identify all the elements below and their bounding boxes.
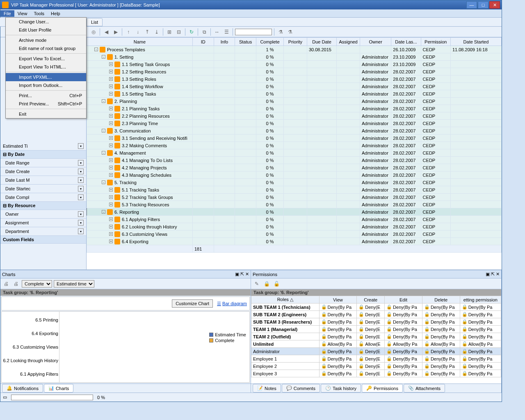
expander-icon[interactable]: -: [94, 48, 98, 51]
filter-icon[interactable]: ⚗: [276, 28, 285, 36]
task-row[interactable]: -4. Management0 %Administrator28.02.2007…: [87, 149, 502, 157]
task-row[interactable]: +1.2 Setting Resources0 %Administrator28…: [87, 68, 502, 75]
perm-lock-icon[interactable]: 🔒: [262, 280, 271, 288]
column-header[interactable]: Date Started: [450, 38, 501, 46]
menu-help[interactable]: Help: [48, 10, 64, 17]
menu-item-print-preview-[interactable]: Print Preview...Shift+Ctrl+P: [6, 100, 86, 108]
task-row[interactable]: -2. Planning0 %Administrator28.02.2007CE…: [87, 98, 502, 105]
tab-task-history[interactable]: 🕑Task history: [321, 384, 361, 393]
chart-field-1[interactable]: Complete: [22, 280, 52, 288]
expander-icon[interactable]: -: [102, 210, 105, 214]
column-header[interactable]: Due Date: [307, 38, 336, 46]
expander-icon[interactable]: +: [109, 203, 113, 206]
filter-header-resource[interactable]: ⊟ By Resource: [0, 202, 86, 210]
task-row[interactable]: +1.4 Setting Workflow0 %Administrator28.…: [87, 83, 502, 90]
tab-charts[interactable]: 📊Charts: [44, 384, 73, 393]
column-header[interactable]: Date Las...: [391, 38, 421, 46]
expander-icon[interactable]: +: [109, 121, 113, 125]
perm-row[interactable]: TEAM 2 (Outfield)🔒Deny(By Pa🔒Deny(E🔒Deny…: [251, 333, 501, 340]
perm-column-header[interactable]: Edit: [385, 296, 422, 304]
filter-header-custom[interactable]: Custom Fields: [0, 236, 86, 244]
menu-tools[interactable]: Tools: [30, 10, 48, 17]
filter-item[interactable]: Date Last M▾: [0, 176, 86, 185]
column-header[interactable]: Owner: [360, 38, 391, 46]
perm-row[interactable]: Employee 3🔒Deny(By Pa🔒Deny(E🔒Deny(By Pa🔒…: [251, 370, 501, 377]
task-row[interactable]: +5.3 Tracking Resources0 %Administrator2…: [87, 201, 502, 208]
refresh-icon[interactable]: ↻: [187, 28, 196, 36]
menu-item-export-view-to-html-[interactable]: Export View To HTML...: [6, 63, 86, 71]
expander-icon[interactable]: +: [109, 217, 113, 221]
copy-icon[interactable]: ⧉: [200, 28, 208, 36]
filter-item[interactable]: Date Create▾: [0, 167, 86, 176]
columns-icon[interactable]: ☰: [222, 28, 231, 36]
print-icon[interactable]: 🖨: [2, 280, 10, 288]
task-row[interactable]: +2.3 Planning Time0 %Administrator28.02.…: [87, 120, 502, 127]
expander-icon[interactable]: +: [109, 107, 113, 110]
menu-item-print-[interactable]: Print...Ctrl+P: [6, 91, 86, 100]
menu-item-import-vpxml-[interactable]: Import VPXML...: [6, 73, 86, 81]
forward-icon[interactable]: ▶: [112, 28, 120, 36]
perm-row[interactable]: Employee 1🔒Deny(By Pa🔒Deny(E🔒Deny(By Pa🔒…: [251, 355, 501, 363]
task-row[interactable]: -Process Templates1 %30.08.201526.10.200…: [87, 46, 502, 53]
task-row[interactable]: -3. Communication0 %Administrator28.02.2…: [87, 127, 502, 135]
expander-icon[interactable]: -: [102, 55, 105, 59]
expander-icon[interactable]: +: [109, 84, 113, 88]
tab-comments[interactable]: 💬Comments: [282, 384, 320, 393]
task-row[interactable]: +6.1 Applying Filters0 %Administrator28.…: [87, 216, 502, 223]
expander-icon[interactable]: +: [109, 70, 113, 73]
expander-icon[interactable]: +: [109, 225, 113, 228]
menu-item-export-view-to-excel-[interactable]: Export View To Excel...: [6, 55, 86, 63]
perm-row[interactable]: TEAM 1 (Managerial)🔒Deny(By Pa🔒Deny(E🔒De…: [251, 326, 501, 333]
filter-item[interactable]: Date Range▾: [0, 159, 86, 167]
task-row[interactable]: +1.1 Setting Task Groups0 %Administrator…: [87, 61, 502, 68]
column-header[interactable]: Info: [214, 38, 235, 46]
menu-item-change-user-[interactable]: Change User...: [6, 18, 86, 26]
filter-item[interactable]: Owner▾: [0, 210, 86, 219]
back-icon[interactable]: ◀: [102, 28, 110, 36]
task-row[interactable]: -1. Setting0 %Administrator23.10.2009CED…: [87, 53, 502, 61]
chart-field-2[interactable]: Estimated time: [54, 280, 94, 288]
column-header[interactable]: Priority: [284, 38, 307, 46]
perm-row[interactable]: Employee 2🔒Deny(By Pa🔒Deny(E🔒Deny(By Pa🔒…: [251, 363, 501, 370]
perm-row[interactable]: SUB TEAM 1 (Technicians)🔒Deny(By Pa🔒Deny…: [251, 304, 501, 311]
tab-list[interactable]: List: [87, 18, 103, 26]
filter-item[interactable]: Date Compl▾: [0, 193, 86, 202]
task-row[interactable]: -6. Reporting0 %Administrator28.02.2007C…: [87, 208, 502, 216]
task-row[interactable]: +1.5 Setting Tasks0 %Administrator28.02.…: [87, 90, 502, 98]
expander-icon[interactable]: +: [109, 188, 113, 192]
task-grid[interactable]: NameIDInfoStatusCompletePriorityDue Date…: [87, 37, 502, 269]
column-header[interactable]: Complete: [256, 38, 283, 46]
task-row[interactable]: +6.4 Exporting0 %Administrator28.02.2007…: [87, 238, 502, 245]
expander-icon[interactable]: +: [109, 232, 113, 236]
task-row[interactable]: +2.1 Planning Tasks0 %Administrator28.02…: [87, 105, 502, 112]
filter-item[interactable]: Date Startec▾: [0, 185, 86, 193]
perm-column-header[interactable]: Roles △: [251, 296, 320, 304]
top-icon[interactable]: ⤒: [143, 28, 151, 36]
filter-header-date[interactable]: ⊟ By Date: [0, 151, 86, 159]
expander-icon[interactable]: -: [102, 151, 105, 155]
perm-row[interactable]: SUB TEAM 2 (Engineers)🔒Deny(By Pa🔒Deny(E…: [251, 311, 501, 318]
menu-item-import-from-outlook-[interactable]: Import from Outlook...: [6, 81, 86, 89]
perm-column-header[interactable]: View: [319, 296, 357, 304]
expander-icon[interactable]: +: [109, 195, 113, 199]
task-row[interactable]: -5. Tracking0 %Administrator28.02.2007CE…: [87, 179, 502, 186]
task-row[interactable]: +1.3 Setting Roles0 %Administrator28.02.…: [87, 75, 502, 83]
filter-item[interactable]: Assignment▾: [0, 219, 86, 227]
expander-icon[interactable]: -: [102, 180, 105, 184]
minimize-button[interactable]: —: [466, 1, 477, 9]
column-header[interactable]: ID: [192, 38, 214, 46]
expander-icon[interactable]: +: [109, 62, 113, 66]
task-row[interactable]: +2.2 Planning Resources0 %Administrator2…: [87, 112, 502, 120]
perm-row[interactable]: Unlimited🔓Allow(By Pa🔓Allow(E🔓Allow(By P…: [251, 340, 501, 348]
permissions-grid[interactable]: Roles △ViewCreateEditDeleteetting permis…: [251, 296, 501, 383]
perm-row[interactable]: Administrator🔒Deny(By Pa🔒Deny(E🔒Deny(By …: [251, 348, 501, 355]
task-row[interactable]: +6.2 Looking through History0 %Administr…: [87, 223, 502, 231]
expander-icon[interactable]: +: [109, 166, 113, 169]
expander-icon[interactable]: +: [109, 92, 113, 96]
expander-icon[interactable]: -: [102, 99, 105, 103]
bar-diagram-link[interactable]: ☰Bar diagram: [217, 301, 247, 306]
expander-icon[interactable]: +: [109, 240, 113, 243]
maximize-button[interactable]: □: [478, 1, 488, 9]
print-preview-icon[interactable]: 🖨: [12, 280, 20, 288]
filter-item[interactable]: Department▾: [0, 227, 86, 236]
